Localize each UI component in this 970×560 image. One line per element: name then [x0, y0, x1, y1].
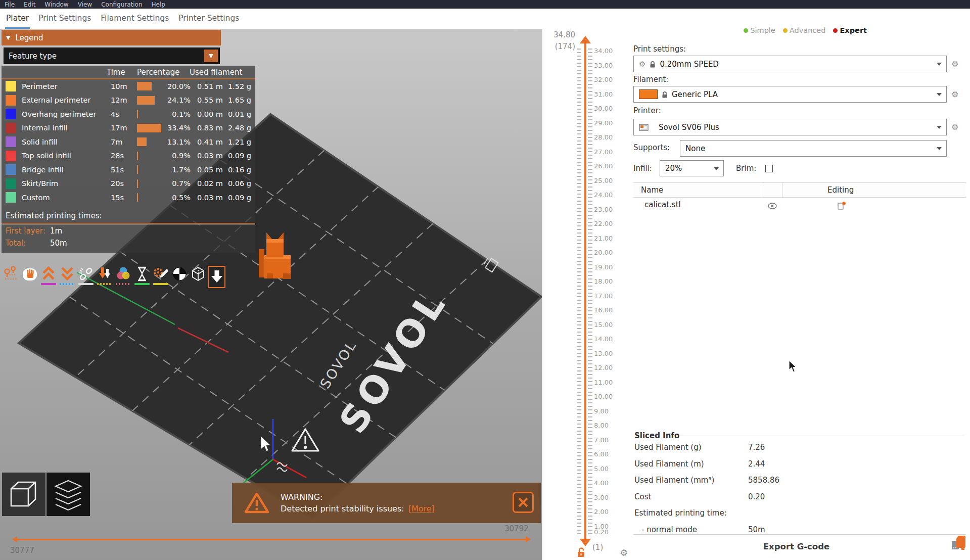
- feature-used-g: 0.01 g: [226, 110, 254, 118]
- printer-label: Printer:: [633, 106, 661, 115]
- feature-used-g: 2.48 g: [226, 124, 254, 132]
- feature-time: 15s: [111, 194, 137, 202]
- feature-time: 51s: [111, 166, 137, 174]
- gear-pencil-icon[interactable]: [152, 265, 169, 288]
- unlock-icon[interactable]: [577, 547, 587, 558]
- sd-card-icon[interactable]: [951, 535, 967, 553]
- printer-dropdown[interactable]: Sovol SV06 Plus: [633, 119, 947, 135]
- warning-more-link[interactable]: [More]: [408, 504, 435, 514]
- bed-width-ruler[interactable]: [14, 539, 529, 540]
- feature-used-m: 0.41 m: [194, 138, 226, 146]
- slider-tick-label: 11.00: [594, 377, 613, 387]
- eye-icon[interactable]: [768, 203, 777, 209]
- close-icon: [518, 497, 529, 508]
- tab[interactable]: Plater: [5, 9, 30, 29]
- slider-tick-label: 23.00: [594, 204, 613, 214]
- slider-tick-label: 28.00: [594, 132, 613, 142]
- chevron-down-icon: [937, 93, 942, 99]
- slider-tick-label: 6.00: [594, 449, 613, 458]
- column-name: Name: [641, 185, 663, 195]
- feature-time: 4s: [111, 110, 137, 118]
- col-percentage: Percentage: [133, 68, 190, 77]
- warning-bar: WARNING: Detected print stability issues…: [232, 483, 541, 523]
- chevrons-up-icon[interactable]: [39, 265, 57, 288]
- mode-option[interactable]: Expert: [833, 26, 867, 34]
- menu-item[interactable]: View: [78, 1, 92, 8]
- view-type-dropdown[interactable]: Feature type ▼: [4, 48, 220, 64]
- layer-slider-scale: 34.0033.0032.0031.0030.0029.0028.0027.00…: [594, 45, 613, 531]
- infill-label: Infill:: [633, 164, 652, 173]
- object-row[interactable]: calicat.stl: [633, 198, 966, 213]
- sliced-info-row: Estimated printing time:: [634, 508, 917, 525]
- chevron-down-icon: [937, 63, 942, 68]
- chevron-down-icon: [937, 126, 942, 131]
- tab[interactable]: Filament Settings: [100, 9, 170, 29]
- printer-gear-button[interactable]: ⚙: [951, 122, 958, 132]
- legend-panel: ▼ Legend Feature type ▼ Time Percentage …: [2, 30, 255, 253]
- filament-dropdown[interactable]: Generic PLA: [633, 86, 947, 103]
- export-gcode-button[interactable]: Export G-code: [633, 539, 959, 554]
- chevrons-down-icon[interactable]: [58, 265, 76, 288]
- menu-item[interactable]: File: [5, 1, 15, 8]
- tab[interactable]: Printer Settings: [177, 9, 240, 29]
- feature-percentage: 20.0%: [164, 82, 194, 90]
- feature-used-m: 0.03 m: [194, 152, 226, 160]
- hand-icon[interactable]: [21, 265, 38, 288]
- tab[interactable]: Print Settings: [37, 9, 92, 29]
- print-settings-dropdown[interactable]: ⚙ 0.20mm SPEED: [633, 56, 947, 72]
- wireframe-cube-icon[interactable]: [189, 265, 207, 288]
- brim-checkbox[interactable]: [765, 165, 773, 172]
- feature-color-swatch: [6, 136, 16, 147]
- layer-slider-bottom-handle[interactable]: [580, 539, 591, 546]
- warning-title: WARNING:: [281, 492, 435, 502]
- legend-column-headers: Time Percentage Used filament: [2, 66, 255, 79]
- mode-option[interactable]: Simple: [744, 26, 775, 34]
- edit-icon[interactable]: [838, 201, 846, 210]
- preview-options-toolbar: [2, 265, 225, 288]
- warning-message: Detected print stability issues:: [281, 504, 404, 514]
- menu-item[interactable]: Edit: [24, 1, 35, 8]
- broken-link-icon[interactable]: [77, 265, 95, 288]
- 3d-view-button[interactable]: [2, 473, 45, 516]
- supports-select[interactable]: None: [680, 140, 947, 157]
- sliced-info-title: Sliced Info: [634, 431, 679, 440]
- slider-tick-label: 2.00: [594, 506, 613, 516]
- map-pins-icon[interactable]: [2, 265, 20, 288]
- menu-item[interactable]: Window: [44, 1, 68, 8]
- slider-settings-gear-icon[interactable]: ⚙: [620, 547, 628, 558]
- feature-used-g: 0.16 g: [226, 166, 254, 174]
- 3d-viewport[interactable]: SOVOL SOVOL: [0, 29, 542, 560]
- color-circles-icon[interactable]: [114, 265, 132, 288]
- feature-color-swatch: [6, 164, 16, 175]
- infill-select[interactable]: 20%: [660, 160, 724, 176]
- layer-slider-top-handle[interactable]: [580, 36, 591, 43]
- layers-view-button[interactable]: [47, 473, 90, 516]
- checkered-sphere-icon[interactable]: [170, 265, 188, 288]
- hourglass-icon[interactable]: [133, 265, 151, 288]
- feature-time: 7m: [111, 138, 137, 146]
- slider-tick-label: 32.00: [594, 74, 613, 84]
- warning-close-button[interactable]: [513, 492, 534, 513]
- mode-option[interactable]: Advanced: [783, 26, 826, 34]
- slider-tick-label: 15.00: [594, 319, 613, 329]
- legend-collapse-header[interactable]: ▼ Legend: [2, 30, 221, 45]
- percentage-bar: [137, 179, 138, 188]
- sliced-info-row: Used Filament (m) 2.44: [634, 459, 917, 476]
- slider-tick-label: 22.00: [594, 218, 613, 228]
- total-time-row: Total: 50m: [2, 237, 255, 249]
- feature-percentage: 0.5%: [164, 194, 194, 202]
- sliced-info-row: Used Filament (g) 7.26: [634, 443, 917, 459]
- lock-icon: [662, 91, 668, 98]
- layer-slider-track[interactable]: [584, 43, 586, 540]
- menu-item[interactable]: Help: [152, 1, 165, 8]
- print-settings-gear-button[interactable]: ⚙: [951, 59, 958, 69]
- column-editing: Editing: [827, 185, 854, 195]
- filament-gear-button[interactable]: ⚙: [951, 89, 958, 99]
- slider-tick-label: 30.00: [594, 103, 613, 113]
- slider-tick-label: 33.00: [594, 60, 613, 70]
- double-down-arrow-icon[interactable]: [96, 265, 113, 288]
- menu-item[interactable]: Configuration: [101, 1, 142, 8]
- slider-tick-label: 7.00: [594, 435, 613, 444]
- down-arrow-box-icon[interactable]: [208, 266, 225, 288]
- dropdown-arrow-button[interactable]: ▼: [204, 50, 218, 62]
